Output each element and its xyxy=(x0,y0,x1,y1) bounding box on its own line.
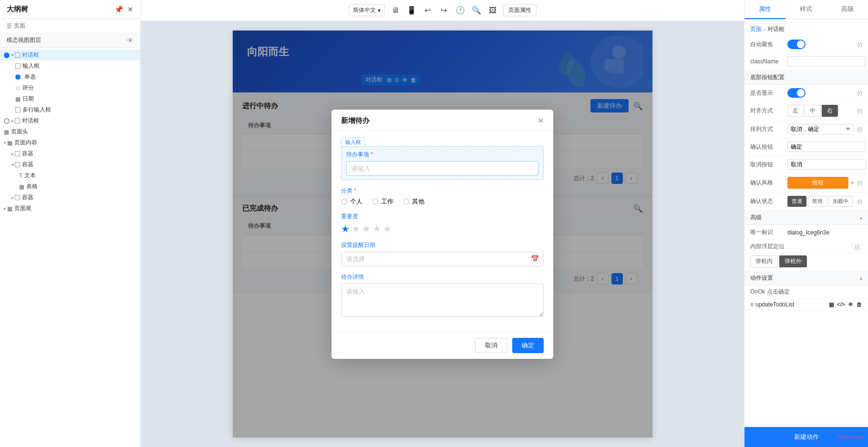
radio-work[interactable]: 工作 xyxy=(372,197,393,206)
cancel-btn-input[interactable] xyxy=(787,159,866,170)
search-icon[interactable]: 🔍 xyxy=(471,5,482,16)
expand-arrow[interactable]: ▸ xyxy=(4,206,6,211)
breadcrumb-page[interactable]: 页面 xyxy=(750,25,762,33)
center-area: 简体中文 ▾ 🖥 📱 ↩ ↪ 🕐 🔍 🖼 页面属性 向阳而生 xyxy=(141,0,744,447)
detail-textarea[interactable] xyxy=(341,284,544,317)
tree-item-star1[interactable]: ☆ 评分 xyxy=(0,82,140,93)
tree-item-date1[interactable]: ▦ 日期 xyxy=(0,93,140,104)
eye-icon[interactable]: 👁 xyxy=(127,37,134,44)
tree-item-pagecontent[interactable]: ▾ ▦ 页面内容 xyxy=(0,137,140,148)
tree-item-container2[interactable]: ▾ 容器 xyxy=(0,159,140,170)
modal-close-button[interactable]: ✕ xyxy=(537,116,544,125)
tablet-icon[interactable]: 📱 xyxy=(406,5,417,16)
page-attr-button[interactable]: 页面属性 xyxy=(503,4,537,16)
float-inner-btn[interactable]: 弹框内 xyxy=(750,255,778,267)
code-btn[interactable]: {/} xyxy=(858,180,862,186)
code-btn[interactable]: {/} xyxy=(858,199,862,204)
tree-item-pagefoot[interactable]: ▸ ▦ 页面尾 xyxy=(0,203,140,214)
code-icon[interactable]: </> xyxy=(837,301,845,308)
eye-icon[interactable]: 👁 xyxy=(848,301,854,308)
auto-focus-label: 自动聚焦 xyxy=(750,41,784,49)
todo-input[interactable] xyxy=(346,161,538,176)
clock-icon[interactable]: 🕐 xyxy=(455,5,466,16)
star-5[interactable]: ★ xyxy=(383,223,392,234)
bottom-btn-config-section[interactable]: 底部按钮配置 xyxy=(744,71,868,85)
redo-icon[interactable]: ↪ xyxy=(438,5,450,16)
confirm-style-button[interactable]: 按钮 xyxy=(787,177,848,189)
date-input[interactable] xyxy=(341,252,544,266)
star-4[interactable]: ★ xyxy=(372,223,381,234)
tree-item-container1[interactable]: ▸ 容器 xyxy=(0,148,140,159)
tree-item-label: 容器 xyxy=(22,150,136,158)
tab-style[interactable]: 样式 xyxy=(785,0,827,19)
advanced-section-header[interactable]: 高级 ▴ xyxy=(744,211,868,225)
undo-icon[interactable]: ↩ xyxy=(422,5,434,16)
confirm-button[interactable]: 确定 xyxy=(512,338,544,353)
tree-item-dialog2[interactable]: ▸ 对话框 xyxy=(0,115,140,126)
show-toggle[interactable] xyxy=(787,88,806,98)
tree-item-text1[interactable]: T 文本 xyxy=(0,170,140,181)
star-3[interactable]: ★ xyxy=(362,223,371,234)
tree-item-container3[interactable]: ▸ 容器 xyxy=(0,192,140,203)
tree-item-pagehead[interactable]: ▦ 页面头 xyxy=(0,126,140,137)
uid-value xyxy=(787,229,862,236)
trash-icon[interactable]: 🗑 xyxy=(857,301,862,308)
chevron-down-icon[interactable]: ▾ xyxy=(851,180,854,185)
align-left-btn[interactable]: 左 xyxy=(787,105,804,117)
expand-arrow[interactable]: ▾ xyxy=(4,140,6,145)
desktop-icon[interactable]: 🖥 xyxy=(390,5,401,16)
tree-item-label: 对话框 xyxy=(22,117,136,125)
tree-item-input1[interactable]: 输入框 xyxy=(0,61,140,71)
expand-arrow[interactable]: ▾ xyxy=(11,162,14,167)
dialog-modal: 新增待办 ✕ 输入框 xyxy=(331,110,553,359)
show-value xyxy=(787,88,854,98)
code-btn[interactable]: {/} xyxy=(858,126,862,132)
code-btn[interactable]: {/} xyxy=(858,90,862,96)
tree-item-dialog1[interactable]: ▾ 对话框 xyxy=(0,50,140,61)
code-btn[interactable]: {/} xyxy=(858,41,862,47)
expand-arrow[interactable]: ▸ xyxy=(11,151,14,156)
status-group: 普通 禁用 加载中 xyxy=(787,196,853,207)
tab-advanced[interactable]: 高级 xyxy=(827,0,868,19)
sort-select[interactable]: 取消，确定 xyxy=(787,124,854,134)
expand-arrow[interactable]: ▾ xyxy=(11,52,14,58)
tree-item-textarea1[interactable]: 多行输入框 xyxy=(0,104,140,115)
new-action-button[interactable]: 新建动作 Yuhen.com xyxy=(744,427,868,447)
confirm-btn-input[interactable] xyxy=(787,142,866,152)
tab-properties[interactable]: 属性 xyxy=(744,0,785,19)
layer-label: 模态视图图层 xyxy=(7,36,41,44)
table-icon: ▦ xyxy=(7,140,12,146)
internal-float-code-btn[interactable]: {/} xyxy=(853,243,862,251)
cancel-button[interactable]: 取消 xyxy=(475,338,507,353)
uid-input[interactable] xyxy=(787,229,862,236)
tree-item-table1[interactable]: ▦ 表格 xyxy=(0,181,140,192)
align-center-btn[interactable]: 中 xyxy=(805,105,821,117)
status-loading-btn[interactable]: 加载中 xyxy=(828,196,853,207)
align-right-btn[interactable]: 右 xyxy=(822,105,838,117)
pin-icon[interactable]: 📌 xyxy=(114,5,124,14)
sidebar-header: 大纲树 📌 ✕ xyxy=(0,0,140,19)
code-btn[interactable]: {/} xyxy=(858,108,862,114)
radio-other[interactable]: 其他 xyxy=(403,197,424,206)
tree-item-label: 对话框 xyxy=(22,51,136,59)
chevron-up-icon: ▴ xyxy=(860,215,862,220)
watermark: Yuhen.com xyxy=(837,434,863,440)
image-icon[interactable]: 🖼 xyxy=(487,5,498,16)
lang-button[interactable]: 简体中文 ▾ xyxy=(349,4,385,16)
table-icon[interactable]: ▦ xyxy=(829,301,834,308)
tree-item-radio1[interactable]: 单选 xyxy=(0,71,140,82)
expand-arrow[interactable]: ▸ xyxy=(11,195,14,200)
float-outer-btn[interactable]: 弹框外 xyxy=(779,255,807,267)
star-1[interactable]: ★ xyxy=(341,223,350,234)
classname-input[interactable] xyxy=(787,56,866,67)
breadcrumb: 页面 › 对话框 xyxy=(744,23,868,36)
status-normal-btn[interactable]: 普通 xyxy=(787,196,806,207)
expand-arrow[interactable]: ▸ xyxy=(11,118,14,123)
star-2[interactable]: ★ xyxy=(351,223,360,234)
auto-focus-toggle[interactable] xyxy=(787,40,806,49)
prop-cancel-btn: 取消按钮 🌐 {/} xyxy=(744,156,868,173)
close-icon[interactable]: ✕ xyxy=(127,5,134,14)
radio-personal[interactable]: 个人 xyxy=(341,197,362,206)
action-section-header[interactable]: 动作设置 ▴ xyxy=(744,271,868,285)
status-disabled-btn[interactable]: 禁用 xyxy=(808,196,827,207)
